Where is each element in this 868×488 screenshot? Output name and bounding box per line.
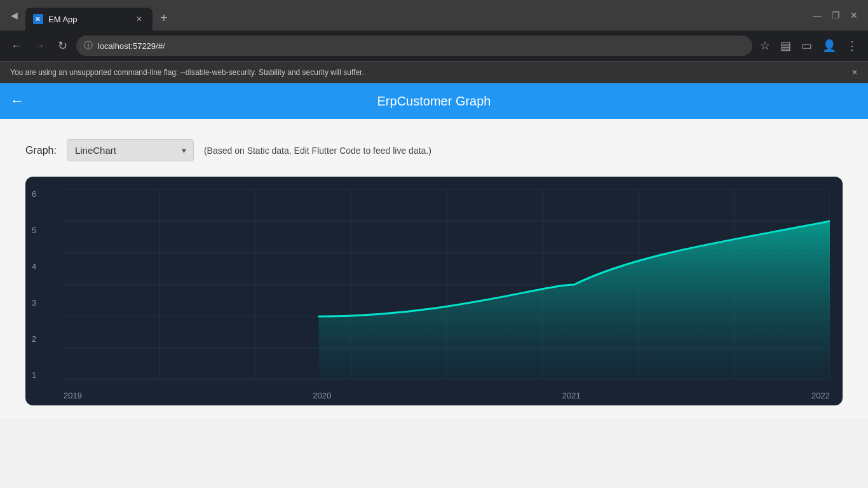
x-label-2019: 2019 [64,391,82,400]
x-axis-labels: 2019 2020 2021 2022 [64,391,830,400]
x-label-2020: 2020 [313,391,331,400]
back-nav-btn[interactable]: ← [8,37,25,55]
maximize-btn[interactable]: ❐ [832,10,840,20]
app-header: ← ErpCustomer Graph [0,83,868,119]
y-label-6: 6 [32,189,36,199]
reload-btn[interactable]: ↻ [53,37,71,55]
menu-icon[interactable]: ⋮ [844,36,860,55]
browser-toolbar: ← → ↻ ⓘ localhost:57229/#/ ☆ ▤ ▭ 👤 ⋮ [0,30,868,61]
graph-type-select[interactable]: LineChart BarChart PieChart [67,139,194,161]
x-label-2021: 2021 [562,391,581,400]
page-title: ErpCustomer Graph [34,94,834,109]
chart-svg [64,189,830,380]
tab-close-btn[interactable]: ✕ [133,13,145,25]
chart-fill-area [319,221,830,380]
window-controls: — ❐ ✕ [813,10,863,20]
tab-area: ◀ K EM App ✕ + [5,0,810,30]
graph-label: Graph: [25,145,57,156]
tab-favicon: K [33,14,43,24]
info-icon: ⓘ [84,40,93,51]
active-tab[interactable]: K EM App ✕ [25,8,153,30]
y-label-1: 1 [32,370,36,380]
close-btn[interactable]: ✕ [850,10,858,20]
y-label-2: 2 [32,334,36,344]
browser-titlebar: ◀ K EM App ✕ + — ❐ ✕ [0,0,868,30]
chart-container: 1 2 3 4 5 6 [25,177,843,405]
warning-close-btn[interactable]: ✕ [851,68,858,77]
y-axis-labels: 1 2 3 4 5 6 [32,189,36,380]
warning-text: You are using an unsupported command-lin… [10,68,364,77]
address-text: localhost:57229/#/ [98,41,165,51]
profile-icon[interactable]: 👤 [820,36,839,55]
history-back-btn[interactable]: ◀ [5,6,23,24]
new-tab-button[interactable]: + [155,8,173,28]
address-bar[interactable]: ⓘ localhost:57229/#/ [76,36,752,56]
bookmark-icon[interactable]: ☆ [757,36,773,55]
warning-bar: You are using an unsupported command-lin… [0,61,868,83]
toolbar-icons: ☆ ▤ ▭ 👤 ⋮ [757,36,860,55]
app-back-btn[interactable]: ← [10,93,24,109]
y-label-5: 5 [32,226,36,235]
y-label-4: 4 [32,262,36,271]
graph-selector-row: Graph: LineChart BarChart PieChart (Base… [25,139,843,161]
graph-select-wrapper: LineChart BarChart PieChart [67,139,194,161]
y-label-3: 3 [32,298,36,308]
content-area: Graph: LineChart BarChart PieChart (Base… [0,119,868,418]
graph-note: (Based on Static data, Edit Flutter Code… [204,146,431,156]
x-label-2022: 2022 [811,391,830,400]
minimize-btn[interactable]: — [813,10,822,20]
sidebar-icon[interactable]: ▭ [799,36,815,55]
tab-title: EM App [48,15,78,24]
forward-nav-btn[interactable]: → [31,37,48,55]
ext1-icon[interactable]: ▤ [778,36,794,55]
